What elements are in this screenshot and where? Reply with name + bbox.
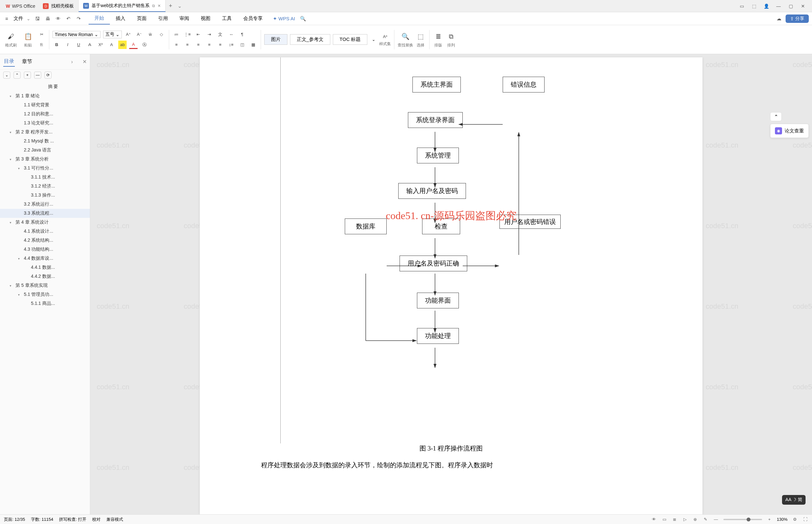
compat-mode[interactable]: 兼容模式 [106,517,123,522]
tab-templates[interactable]: D 找稻壳模板 [38,0,79,12]
eye-icon[interactable]: 👁 [651,517,657,522]
clear-format-icon[interactable]: ◇ [157,30,166,39]
outline-abstract[interactable]: 摘 要 [0,82,90,92]
decrease-font-icon[interactable]: A⁻ [135,30,144,39]
outline-item[interactable]: 4.2 系统结构... [0,236,90,245]
outline-item[interactable]: ▾第 2 章 程序开发... [0,128,90,137]
border-icon[interactable]: ▦ [249,40,258,49]
outline-item[interactable]: 4.1 系统设计... [0,227,90,236]
fullscreen-icon[interactable]: ⛶ [802,517,808,522]
redo-icon[interactable]: ↷ [75,15,82,22]
outline-item[interactable]: 2.2 Java 语言 [0,146,90,155]
cut-icon[interactable]: ✂ [37,30,46,39]
minimize-icon[interactable]: — [775,3,782,9]
file-dropdown-icon[interactable]: ⌄ [27,16,31,21]
close-panel-icon[interactable]: ✕ [82,59,87,65]
find-icon[interactable]: 🔍 [400,31,411,42]
undo-icon[interactable]: ↶ [65,15,72,22]
style-more-icon[interactable]: ⌄ [370,37,377,42]
arrange-icon[interactable]: ⧉ [446,31,457,42]
outline-item[interactable]: ▾第 5 章系统实现 [0,281,90,290]
font-outline-icon[interactable]: Ⓐ [140,40,149,49]
paste-icon[interactable]: 📋 [22,31,34,42]
line-break-icon[interactable]: ¶ [238,30,247,39]
align-left-icon[interactable]: ≡ [172,40,181,49]
maximize-icon[interactable]: ▢ [788,3,794,9]
phonetic-icon[interactable]: ẅ [146,30,155,39]
justify-icon[interactable]: ≡ [205,40,214,49]
outline-item[interactable]: 4.4.1 数据... [0,263,90,272]
font-effects-icon[interactable]: A [107,40,116,49]
tab-detach-icon[interactable]: ⧉ [152,3,155,8]
search-icon[interactable]: 🔍 [300,15,307,22]
outline-item[interactable]: ▾4.4 数据库设... [0,254,90,263]
outline-item[interactable]: 3.1.1 技术... [0,173,90,182]
share-button[interactable]: ⇪ 分享 [785,15,809,23]
web-view-icon[interactable]: ⊕ [693,517,698,522]
menu-member[interactable]: 会员专享 [237,13,268,24]
reading-mode-float[interactable]: AA ☽ 简 [782,495,806,505]
indent-icon[interactable]: ⇥ [205,30,214,39]
outdent-icon[interactable]: ⇤ [194,30,203,39]
menu-tools[interactable]: 工具 [216,13,237,24]
outline-item[interactable]: 3.1.3 操作... [0,191,90,200]
zoom-level[interactable]: 130% [777,517,788,522]
font-size-select[interactable]: 五号⌄ [103,31,122,38]
outline-item[interactable]: 3.2 系统运行... [0,200,90,209]
wps-ai-button[interactable]: ✦ WPS AI [268,16,300,21]
zoom-slider[interactable] [724,519,762,520]
save-icon[interactable]: 🖫 [34,15,41,22]
outline-tab-chapters[interactable]: 章节 [21,57,33,66]
increase-font-icon[interactable]: A⁺ [125,30,133,39]
outline-item[interactable]: 4.4.2 数据... [0,272,90,281]
strike-icon[interactable]: A̶ [85,40,94,49]
text-direction-icon[interactable]: 文 [216,30,225,39]
align-right-icon[interactable]: ≡ [194,40,203,49]
tab-add-button[interactable]: + [166,3,176,9]
bold-icon[interactable]: B [52,40,61,49]
outline-item[interactable]: 1.1 研究背景 [0,100,90,110]
preview-icon[interactable]: 👁 [54,15,62,22]
page-indicator[interactable]: 页面: 12/35 [4,517,25,522]
avatar-icon[interactable]: 👤 [763,3,769,9]
bullets-icon[interactable]: ≔ [172,30,181,39]
outline-view-icon[interactable]: ≣ [672,517,678,522]
close-window-icon[interactable]: ✕ [800,3,806,9]
outline-item[interactable]: ▾第 1 章 绪论 [0,92,90,100]
document-area[interactable]: code51.cncode51.cncode51.cncode51.cncode… [90,54,812,514]
tab-menu-icon[interactable]: ⌄ [176,3,184,9]
package-icon[interactable]: ⬚ [751,3,757,9]
outline-item[interactable]: 3.3 系统流程... [0,209,90,218]
page-view-icon[interactable]: ▭ [662,517,667,522]
italic-icon[interactable]: I [64,40,72,49]
outline-item[interactable]: 5.1.1 商品... [0,299,90,308]
zoom-out-icon[interactable]: — [713,517,719,522]
outline-item[interactable]: 4.3 功能结构... [0,245,90,254]
word-count[interactable]: 字数: 11154 [31,517,53,522]
line-spacing-icon[interactable]: ↕≡ [227,40,235,49]
format-painter-icon[interactable]: 🖌 [5,31,16,42]
add-icon[interactable]: + [24,71,31,79]
shading-icon[interactable]: ◫ [238,40,247,49]
superscript-icon[interactable]: X² [96,40,105,49]
menu-insert[interactable]: 插入 [110,13,131,24]
collapse-right-icon[interactable]: ⌃ [770,112,782,121]
menu-home[interactable]: 开始 [88,13,110,24]
file-menu[interactable]: 文件 [14,15,23,21]
proofread-status[interactable]: 校对 [92,517,101,522]
pencil-icon[interactable]: ✎ [703,517,709,522]
expand-down-icon[interactable]: ⌄ [3,71,10,79]
remove-icon[interactable]: — [34,71,41,79]
numbering-icon[interactable]: ⋮≡ [183,30,192,39]
zoom-in-icon[interactable]: + [766,517,772,522]
collapse-up-icon[interactable]: ⌃ [14,71,21,79]
tab-document[interactable]: W 基于web技术的土特产销售系 ⧉ ✕ [79,0,166,12]
style-body-ref[interactable]: 正文_参考文 [290,34,330,45]
highlight-icon[interactable]: ab [118,40,127,49]
settings-icon[interactable]: ⚙ [792,517,798,522]
distribute-icon[interactable]: ≡ [216,40,225,49]
font-name-select[interactable]: Times New Roman⌄ [52,31,101,38]
style-toc-title[interactable]: TOC 标题 [333,34,368,45]
outline-item[interactable]: 1.2 目的和意... [0,110,90,119]
menu-reference[interactable]: 引用 [152,13,174,24]
